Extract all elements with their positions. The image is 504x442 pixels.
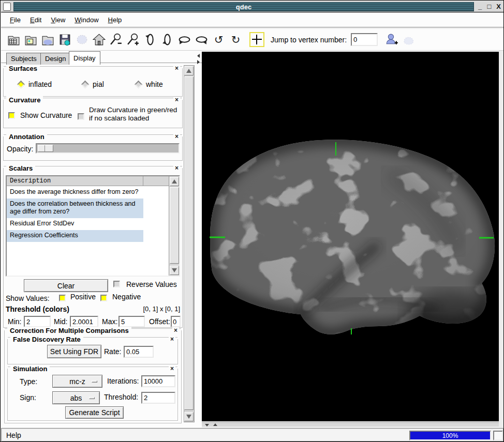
menu-file[interactable]: File xyxy=(5,14,25,25)
clear-button[interactable]: Clear xyxy=(24,279,108,292)
fdr-close-icon[interactable]: × xyxy=(169,336,175,342)
menu-help[interactable]: Help xyxy=(103,14,127,25)
brain-render-canvas[interactable] xyxy=(202,51,499,421)
zoom-out-icon[interactable] xyxy=(109,32,124,47)
min-label: Min: xyxy=(8,317,21,326)
vertex-number-input[interactable] xyxy=(351,33,378,46)
rotate-left-icon[interactable] xyxy=(177,32,192,47)
scalar-row-correlation[interactable]: Does the correlation between thickness a… xyxy=(7,199,143,218)
scroll-down-icon[interactable] xyxy=(170,266,179,275)
surfaces-group: Surfaces × inflated pial white xyxy=(3,68,183,97)
pane-sash-arrows[interactable] xyxy=(196,52,201,66)
close-button[interactable]: X xyxy=(494,2,503,11)
crosshair-tool-button[interactable] xyxy=(249,32,264,47)
empty-column-header xyxy=(143,176,169,186)
show-curvature-checkbox[interactable] xyxy=(8,112,15,119)
surface-option-white[interactable]: white xyxy=(136,80,163,88)
radio-diamond-icon[interactable] xyxy=(81,80,90,88)
rotate-ccw-icon[interactable]: ↺ xyxy=(211,32,226,47)
surface-option-pial[interactable]: pial xyxy=(82,80,104,88)
generate-script-button[interactable]: Generate Script xyxy=(65,406,124,419)
scalars-table-scrollbar[interactable] xyxy=(169,176,179,276)
simulation-title: Simulation xyxy=(10,365,50,373)
dropdown-indicator-icon xyxy=(92,380,97,383)
menu-bar: File Edit View Window Help xyxy=(1,13,504,28)
scroll-down-icon[interactable] xyxy=(184,412,194,421)
inflated-brain-surface xyxy=(202,52,499,421)
fill-selection-icon xyxy=(401,32,416,47)
rotate-cw-icon[interactable]: ↻ xyxy=(228,32,243,47)
window-menu-icon[interactable] xyxy=(3,3,11,11)
draw-curvature-checkbox[interactable] xyxy=(78,113,84,120)
add-selection-icon[interactable] xyxy=(384,32,399,47)
curvature-group: Curvature × Show Curvature Draw Curvatur… xyxy=(3,100,183,128)
scroll-up-icon[interactable] xyxy=(170,177,179,186)
annotation-group: Annotation × Opacity: xyxy=(3,136,183,161)
scalar-row-regression-coeff[interactable]: Regression Coefficients xyxy=(7,230,143,242)
load-data-table-icon[interactable] xyxy=(6,32,21,47)
description-column-header[interactable]: Description xyxy=(7,176,143,186)
rotate-right-icon[interactable] xyxy=(194,32,209,47)
set-using-fdr-button[interactable]: Set Using FDR xyxy=(47,345,101,358)
opacity-slider[interactable] xyxy=(36,143,180,154)
menu-edit[interactable]: Edit xyxy=(25,14,46,25)
scalar-row-avg-thickness[interactable]: Does the average thickness differ from z… xyxy=(7,187,143,199)
simulation-group: Simulation × Type: mc-z Iterations: Sign… xyxy=(7,369,178,421)
simulation-type-dropdown[interactable]: mc-z xyxy=(52,375,102,388)
tab-design[interactable]: Design xyxy=(40,53,70,65)
sim-threshold-input[interactable] xyxy=(141,392,175,404)
load-surface-icon[interactable] xyxy=(40,32,55,47)
radio-diamond-icon[interactable] xyxy=(135,80,143,88)
radio-diamond-icon[interactable] xyxy=(17,80,25,88)
negative-label: Negative xyxy=(112,293,141,301)
toolbar: ↺ ↻ Jump to vertex number: xyxy=(1,29,504,51)
scalar-row-residual-error[interactable]: Residual Error StdDev xyxy=(7,218,143,230)
home-icon[interactable] xyxy=(92,32,107,47)
save-icon[interactable] xyxy=(57,32,72,47)
scalars-table: Description Does the average thickness d… xyxy=(6,175,180,277)
minimize-button[interactable]: _ xyxy=(476,2,484,11)
type-label: Type: xyxy=(20,377,37,386)
scroll-up-icon[interactable] xyxy=(184,66,194,75)
rotate-up-icon[interactable] xyxy=(143,32,158,47)
viewport-sash[interactable] xyxy=(202,422,499,426)
annotation-close-icon[interactable]: × xyxy=(173,133,180,140)
surfaces-close-icon[interactable]: × xyxy=(173,65,180,71)
positive-checkbox[interactable] xyxy=(59,295,66,301)
menu-window[interactable]: Window xyxy=(70,14,103,25)
show-curvature-label: Show Curvature xyxy=(20,111,72,119)
load-project-icon[interactable] xyxy=(23,32,38,47)
menu-view[interactable]: View xyxy=(46,14,70,25)
scalars-close-icon[interactable]: × xyxy=(173,165,180,171)
fdr-group: False Discovery Rate × Set Using FDR Rat… xyxy=(7,339,178,364)
correction-close-icon[interactable]: × xyxy=(172,327,179,333)
surface-option-inflated[interactable]: inflated xyxy=(18,80,52,88)
simulation-close-icon[interactable]: × xyxy=(169,365,175,372)
save-label-icon xyxy=(75,32,90,47)
title-strip[interactable]: qdec xyxy=(13,2,474,11)
tab-subjects[interactable]: Subjects xyxy=(6,53,41,65)
surface-white-label: white xyxy=(146,80,163,88)
scalars-group: Scalars × Description Does the average t… xyxy=(3,168,183,328)
resize-grip[interactable] xyxy=(493,431,503,440)
iterations-input[interactable] xyxy=(141,375,175,387)
correction-title: Correction For Multiple Comparisons xyxy=(7,327,131,334)
simulation-sign-dropdown[interactable]: abs xyxy=(52,391,100,404)
fdr-title: False Discovery Rate xyxy=(10,336,83,343)
curvature-close-icon[interactable]: × xyxy=(173,97,180,103)
surface-inflated-label: inflated xyxy=(28,80,52,88)
scrollbar-thumb[interactable] xyxy=(170,187,179,264)
surface-pial-label: pial xyxy=(93,80,104,88)
tab-display[interactable]: Display xyxy=(69,51,100,65)
panel-scrollbar[interactable] xyxy=(184,65,195,422)
rotate-down-icon[interactable] xyxy=(160,32,175,47)
reverse-values-checkbox[interactable] xyxy=(113,281,120,287)
opacity-slider-handle[interactable] xyxy=(38,145,53,152)
negative-checkbox[interactable] xyxy=(100,295,107,301)
scrollbar-thumb[interactable] xyxy=(184,77,194,410)
maximize-button[interactable]: □ xyxy=(485,2,494,11)
fdr-rate-input[interactable] xyxy=(124,346,154,358)
correction-group: Correction For Multiple Comparisons × Fa… xyxy=(4,330,182,423)
status-help-text: Help xyxy=(6,431,21,439)
zoom-in-icon[interactable] xyxy=(126,32,141,47)
